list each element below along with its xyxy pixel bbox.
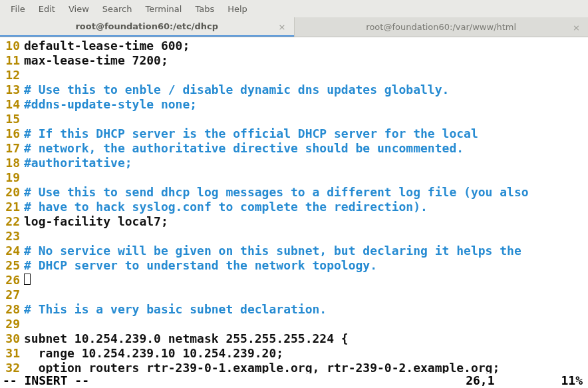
line-number: 10: [0, 39, 24, 53]
code-line: 16# If this DHCP server is the official …: [0, 126, 588, 141]
code-line: 23: [0, 229, 588, 244]
menu-edit[interactable]: Edit: [32, 1, 62, 17]
comment-text: #ddns-update-style none;: [24, 97, 197, 111]
scroll-percent: 11%: [561, 373, 583, 388]
code-content: max-lease-time 7200;: [24, 53, 588, 68]
code-text: range 10.254.239.10 10.254.239.20;: [24, 346, 283, 360]
code-line: 11max-lease-time 7200;: [0, 53, 588, 68]
code-content: default-lease-time 600;: [24, 39, 588, 53]
code-line: 12: [0, 68, 588, 83]
menubar: File Edit View Search Terminal Tabs Help: [0, 0, 588, 17]
code-line: 18#authoritative;: [0, 156, 588, 170]
editor-area[interactable]: 10default-lease-time 600;11max-lease-tim…: [0, 37, 588, 388]
line-number: 21: [0, 200, 24, 214]
comment-text: # DHCP server to understand the network …: [24, 258, 377, 272]
code-content: # have to hack syslog.conf to complete t…: [24, 200, 588, 214]
code-content: [24, 288, 588, 302]
code-line: 27: [0, 288, 588, 302]
comment-text: # have to hack syslog.conf to complete t…: [24, 200, 428, 214]
code-content: # No service will be given on this subne…: [24, 244, 588, 258]
code-line: 22log-facility local7;: [0, 214, 588, 229]
code-content: #authoritative;: [24, 156, 588, 170]
line-number: 26: [0, 273, 24, 288]
close-icon[interactable]: ×: [279, 21, 286, 31]
code-content: # Use this to send dhcp log messages to …: [24, 185, 588, 200]
code-line: 17# network, the authoritative directive…: [0, 141, 588, 156]
code-line: 28# This is a very basic subnet declarat…: [0, 302, 588, 317]
code-content: [24, 273, 588, 288]
line-number: 20: [0, 185, 24, 200]
comment-text: # Use this to enble / disable dynamic dn…: [24, 83, 449, 97]
code-line: 30subnet 10.254.239.0 netmask 255.255.25…: [0, 331, 588, 346]
code-line: 29: [0, 317, 588, 331]
code-content: [24, 112, 588, 126]
line-number: 17: [0, 141, 24, 156]
line-number: 11: [0, 53, 24, 68]
code-line: 20# Use this to send dhcp log messages t…: [0, 185, 588, 200]
line-number: 13: [0, 83, 24, 97]
code-content: [24, 68, 588, 83]
line-number: 25: [0, 258, 24, 273]
code-content: #ddns-update-style none;: [24, 97, 588, 112]
code-line: 31 range 10.254.239.10 10.254.239.20;: [0, 346, 588, 361]
tab-etc-dhcp[interactable]: root@foundation60:/etc/dhcp ×: [0, 17, 294, 37]
code-content: # network, the authoritative directive s…: [24, 141, 588, 156]
menu-view[interactable]: View: [62, 1, 96, 17]
menu-help[interactable]: Help: [221, 1, 254, 17]
code-line: 25# DHCP server to understand the networ…: [0, 258, 588, 273]
tabbar: root@foundation60:/etc/dhcp × root@found…: [0, 17, 588, 37]
comment-text: # If this DHCP server is the official DH…: [24, 126, 478, 140]
comment-text: # No service will be given on this subne…: [24, 244, 521, 258]
line-number: 27: [0, 288, 24, 302]
line-number: 29: [0, 317, 24, 331]
line-number: 28: [0, 302, 24, 317]
code-line: 26: [0, 273, 588, 288]
code-text: option routers rtr-239-0-1.example.org, …: [24, 361, 500, 375]
editor-lines: 10default-lease-time 600;11max-lease-tim…: [0, 39, 588, 375]
menu-search[interactable]: Search: [96, 1, 139, 17]
vim-mode: -- INSERT --: [3, 373, 89, 388]
menu-terminal[interactable]: Terminal: [138, 1, 188, 17]
menu-file[interactable]: File: [4, 1, 32, 17]
code-content: subnet 10.254.239.0 netmask 255.255.255.…: [24, 331, 588, 346]
code-line: 21# have to hack syslog.conf to complete…: [0, 200, 588, 214]
code-line: 24# No service will be given on this sub…: [0, 244, 588, 258]
code-content: log-facility local7;: [24, 214, 588, 229]
line-number: 15: [0, 112, 24, 126]
menu-tabs[interactable]: Tabs: [188, 1, 221, 17]
line-number: 19: [0, 170, 24, 185]
code-text: subnet 10.254.239.0 netmask 255.255.255.…: [24, 331, 349, 345]
line-number: 30: [0, 331, 24, 346]
line-number: 12: [0, 68, 24, 83]
tab-label: root@foundation60:/var/www/html: [366, 22, 516, 32]
line-number: 14: [0, 97, 24, 112]
code-content: # If this DHCP server is the official DH…: [24, 126, 588, 141]
line-number: 31: [0, 346, 24, 361]
comment-text: # This is a very basic subnet declaratio…: [24, 302, 327, 316]
code-content: [24, 170, 588, 185]
code-content: # DHCP server to understand the network …: [24, 258, 588, 273]
code-text: log-facility local7;: [24, 214, 168, 228]
statusbar: -- INSERT -- 26,1 11%: [0, 373, 588, 388]
code-content: # Use this to enble / disable dynamic dn…: [24, 83, 588, 97]
tab-var-www-html[interactable]: root@foundation60:/var/www/html ×: [295, 17, 589, 37]
code-line: 10default-lease-time 600;: [0, 39, 588, 53]
comment-text: # network, the authoritative directive s…: [24, 141, 464, 155]
comment-text: #authoritative;: [24, 156, 132, 170]
line-number: 23: [0, 229, 24, 244]
code-content: range 10.254.239.10 10.254.239.20;: [24, 346, 588, 361]
line-number: 24: [0, 244, 24, 258]
code-content: [24, 317, 588, 331]
line-number: 18: [0, 156, 24, 170]
tab-label: root@foundation60:/etc/dhcp: [75, 21, 218, 31]
code-content: # This is a very basic subnet declaratio…: [24, 302, 588, 317]
code-text: default-lease-time 600;: [24, 39, 190, 53]
code-line: 19: [0, 170, 588, 185]
line-number: 16: [0, 126, 24, 141]
code-text: max-lease-time 7200;: [24, 53, 168, 67]
close-icon[interactable]: ×: [573, 22, 580, 32]
cursor: [24, 274, 31, 285]
cursor-position: 26,1: [466, 373, 494, 388]
code-content: [24, 229, 588, 244]
code-line: 13# Use this to enble / disable dynamic …: [0, 83, 588, 97]
